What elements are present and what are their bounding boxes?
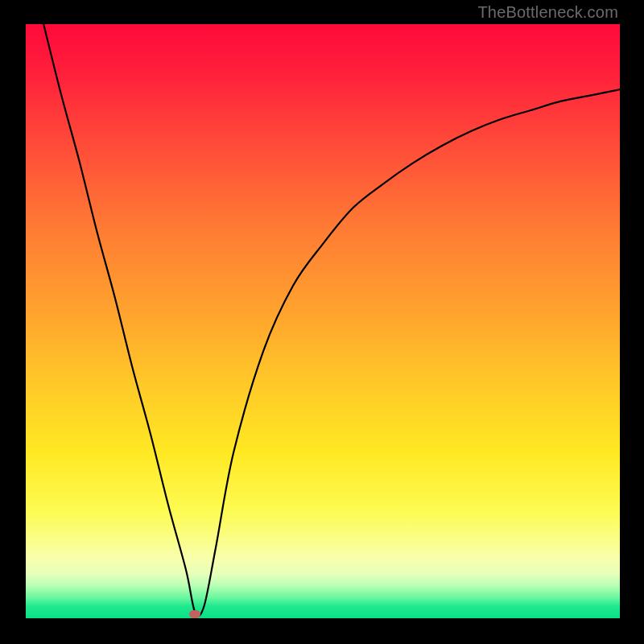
bottleneck-curve <box>26 24 620 618</box>
plot-area <box>26 24 620 618</box>
watermark-text: TheBottleneck.com <box>477 3 618 22</box>
minimum-marker <box>189 610 200 618</box>
chart-frame: TheBottleneck.com <box>0 0 644 644</box>
